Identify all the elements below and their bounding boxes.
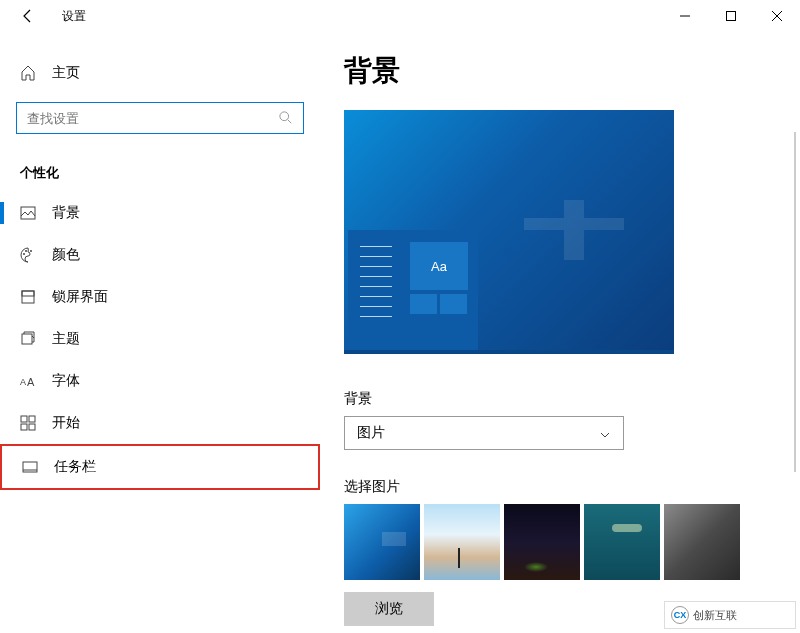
sidebar-item-label: 开始 [52,414,80,432]
preview-start-menu: Aa [348,230,478,350]
picture-thumb-3[interactable] [504,504,580,580]
sidebar-item-label: 背景 [52,204,80,222]
sidebar-item-start[interactable]: 开始 [0,402,320,444]
sidebar-item-lockscreen[interactable]: 锁屏界面 [0,276,320,318]
svg-point-7 [23,253,25,255]
font-icon: AA [20,373,36,389]
sidebar-item-label: 主题 [52,330,80,348]
minimize-button[interactable] [662,0,708,32]
window-title: 设置 [62,8,86,25]
back-button[interactable] [16,4,40,28]
section-header: 个性化 [0,146,320,192]
image-icon [20,205,36,221]
home-label: 主页 [52,64,80,82]
taskbar-icon [22,459,38,475]
svg-text:A: A [20,377,26,387]
picture-thumb-5[interactable] [664,504,740,580]
home-nav[interactable]: 主页 [0,56,320,90]
svg-rect-16 [29,416,35,422]
sidebar-item-fonts[interactable]: AA 字体 [0,360,320,402]
sidebar-item-label: 颜色 [52,246,80,264]
picture-thumb-2[interactable] [424,504,500,580]
svg-point-4 [280,112,289,121]
theme-icon [20,331,36,347]
svg-rect-17 [21,424,27,430]
palette-icon [20,247,36,263]
background-type-dropdown[interactable]: 图片 [344,416,624,450]
search-icon [279,111,293,125]
lockscreen-icon [20,289,36,305]
sidebar-item-label: 锁屏界面 [52,288,108,306]
svg-rect-1 [727,12,736,21]
dropdown-value: 图片 [357,424,385,442]
sidebar-item-themes[interactable]: 主题 [0,318,320,360]
page-title: 背景 [344,52,776,90]
svg-rect-10 [22,291,34,303]
sidebar-item-label: 任务栏 [54,458,96,476]
preview-taskbar [344,350,674,354]
home-icon [20,65,36,81]
scrollbar[interactable] [794,132,796,472]
maximize-button[interactable] [708,0,754,32]
background-type-label: 背景 [344,390,776,408]
picture-thumb-4[interactable] [584,504,660,580]
search-box[interactable] [16,102,304,134]
picture-thumb-1[interactable] [344,504,420,580]
start-icon [20,415,36,431]
watermark-text: 创新互联 [693,608,737,623]
browse-button[interactable]: 浏览 [344,592,434,626]
watermark-logo: CX [671,606,689,624]
select-picture-label: 选择图片 [344,478,776,496]
svg-rect-15 [21,416,27,422]
sidebar-item-background[interactable]: 背景 [0,192,320,234]
svg-point-9 [30,250,32,252]
chevron-down-icon [599,427,611,439]
svg-rect-11 [22,291,34,296]
picture-thumbnails [344,504,776,580]
watermark: CX 创新互联 [664,601,796,629]
sidebar-item-label: 字体 [52,372,80,390]
content-pane: 背景 Aa 背景 图片 选择图片 浏览 [320,32,800,633]
svg-rect-12 [22,334,32,344]
search-input[interactable] [27,111,279,126]
svg-text:A: A [27,376,35,388]
svg-point-8 [25,250,27,252]
close-button[interactable] [754,0,800,32]
svg-rect-18 [29,424,35,430]
sidebar-item-colors[interactable]: 颜色 [0,234,320,276]
preview-tile: Aa [410,242,468,290]
titlebar: 设置 [0,0,800,32]
sidebar: 主页 个性化 背景 颜色 锁屏界面 主题 AA 字体 [0,32,320,633]
sidebar-item-taskbar[interactable]: 任务栏 [0,444,320,490]
window-controls [662,0,800,32]
background-preview: Aa [344,110,674,354]
svg-line-5 [288,120,292,124]
